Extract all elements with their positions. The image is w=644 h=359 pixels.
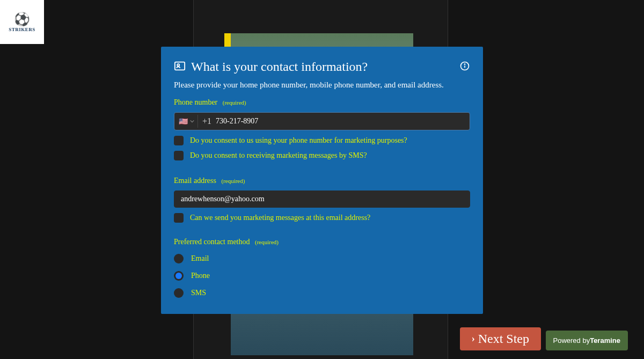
email-marketing-consent-label: Can we send you marketing messages at th… — [190, 214, 370, 222]
chevron-right-icon: › — [472, 333, 475, 345]
preferred-contact-required-text: (required) — [255, 239, 279, 245]
phone-label: Phone number (required) — [174, 98, 470, 107]
sms-consent-label: Do you consent to receiving marketing me… — [190, 151, 367, 160]
modal-title: What is your contact information? — [191, 60, 368, 74]
sms-consent-checkbox[interactable] — [174, 151, 184, 160]
email-label: Email address (required) — [174, 177, 470, 185]
radio-phone-label: Phone — [191, 272, 210, 280]
country-code-selector[interactable]: 🇺🇸 — [179, 115, 198, 128]
email-marketing-consent-checkbox[interactable] — [174, 213, 184, 223]
phone-marketing-consent-label: Do you consent to us using your phone nu… — [190, 136, 407, 145]
email-required-text: (required) — [221, 178, 245, 184]
dial-code: +1 — [202, 116, 211, 126]
email-input[interactable] — [174, 191, 470, 208]
info-icon[interactable] — [459, 61, 470, 74]
svg-rect-0 — [175, 62, 185, 70]
modal-subtitle: Please provide your home phone number, m… — [174, 80, 470, 90]
radio-email[interactable] — [174, 254, 184, 263]
phone-marketing-consent-checkbox[interactable] — [174, 136, 184, 145]
preferred-contact-label: Preferred contact method (required) — [174, 238, 470, 246]
next-step-button[interactable]: › Next Step — [460, 327, 541, 350]
phone-label-text: Phone number — [174, 98, 217, 106]
phone-required-text: (required) — [223, 99, 246, 106]
email-label-text: Email address — [174, 177, 216, 185]
next-step-label: Next Step — [478, 332, 529, 346]
phone-input[interactable] — [216, 117, 465, 126]
phone-input-container: 🇺🇸 +1 — [174, 112, 470, 130]
contact-card-icon — [174, 60, 186, 74]
flag-icon: 🇺🇸 — [179, 117, 188, 126]
logo-brand-text: STRIKERS — [9, 27, 35, 32]
contact-info-modal: What is your contact information? Please… — [161, 47, 483, 314]
logo-block: ⚽ STRIKERS — [0, 0, 44, 44]
radio-email-label: Email — [191, 254, 209, 263]
powered-by-prefix: Powered by — [553, 336, 590, 345]
radio-sms-label: SMS — [191, 289, 206, 297]
powered-by-badge[interactable]: Powered byTeramine — [546, 331, 628, 350]
powered-by-brand: Teramine — [590, 336, 620, 345]
preferred-contact-label-text: Preferred contact method — [174, 238, 250, 246]
svg-point-1 — [177, 64, 179, 66]
logo-shield-icon: ⚽ — [14, 12, 30, 27]
chevron-down-icon — [190, 119, 194, 123]
radio-sms[interactable] — [174, 288, 184, 298]
svg-point-4 — [465, 64, 465, 64]
radio-phone[interactable] — [174, 271, 184, 281]
